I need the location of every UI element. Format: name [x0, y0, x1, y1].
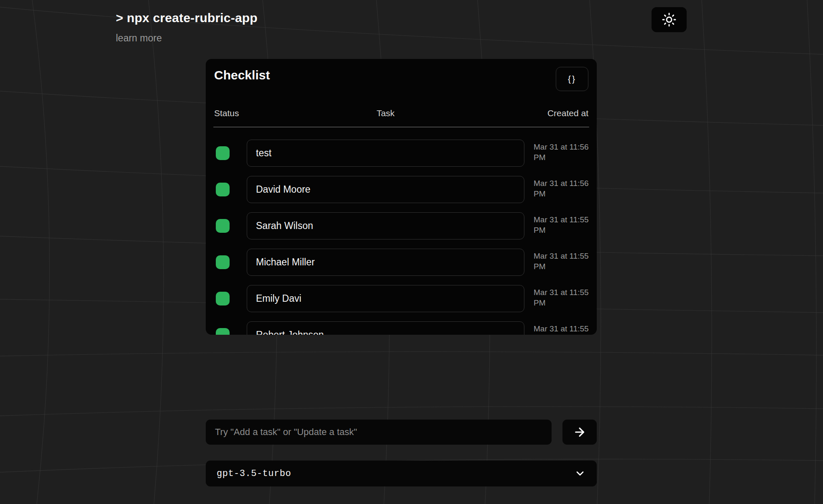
- created-at-text: Mar 31 at 11:55 PM: [534, 287, 592, 308]
- task-input[interactable]: Michael Miller: [247, 249, 524, 276]
- table-row: David Moore Mar 31 at 11:56 PM: [214, 171, 588, 208]
- status-checkbox[interactable]: [216, 328, 230, 335]
- theme-toggle-button[interactable]: [652, 7, 687, 32]
- column-header-created-at: Created at: [534, 108, 588, 118]
- learn-more-link[interactable]: learn more: [116, 33, 162, 44]
- card-title: Checklist: [214, 68, 270, 82]
- status-checkbox[interactable]: [216, 219, 230, 233]
- table-header: Status Task Created at: [214, 108, 588, 120]
- task-label: Emily Davi: [256, 293, 302, 304]
- model-select-value: gpt-3.5-turbo: [217, 468, 291, 479]
- model-select[interactable]: gpt-3.5-turbo: [206, 461, 597, 486]
- column-header-task: Task: [247, 108, 524, 118]
- task-label: David Moore: [256, 184, 310, 195]
- column-header-status: Status: [214, 108, 239, 118]
- status-checkbox[interactable]: [216, 146, 230, 160]
- checklist-card: Checklist {} Status Task Created at test…: [206, 59, 597, 335]
- task-input[interactable]: test: [247, 140, 524, 167]
- submit-button[interactable]: [562, 420, 597, 445]
- table-row: test Mar 31 at 11:56 PM: [214, 135, 588, 171]
- created-at-text: Mar 31 at 11:56 PM: [534, 178, 592, 199]
- created-at-text: Mar 31 at 11:56 PM: [534, 142, 592, 163]
- task-input[interactable]: Robert Johnson: [247, 321, 524, 335]
- task-label: Michael Miller: [256, 257, 315, 268]
- table-row: Sarah Wilson Mar 31 at 11:55 PM: [214, 208, 588, 244]
- arrow-right-icon: [573, 425, 586, 439]
- sun-icon: [662, 12, 677, 27]
- braces-icon: {}: [568, 74, 576, 84]
- task-label: Sarah Wilson: [256, 220, 313, 232]
- task-input[interactable]: David Moore: [247, 176, 524, 203]
- created-at-text: Mar 31 at 11:55 PM: [534, 251, 592, 272]
- task-label: Robert Johnson: [256, 329, 324, 335]
- json-view-button[interactable]: {}: [556, 67, 588, 91]
- table-row: Emily Davi Mar 31 at 11:55 PM: [214, 280, 588, 317]
- chevron-down-icon: [574, 468, 586, 479]
- status-checkbox[interactable]: [216, 292, 230, 305]
- task-command-input[interactable]: [206, 420, 552, 445]
- status-checkbox[interactable]: [216, 183, 230, 196]
- app-title: > npx create-rubric-app: [116, 11, 258, 25]
- task-label: test: [256, 148, 271, 159]
- task-input[interactable]: Sarah Wilson: [247, 212, 524, 239]
- task-input[interactable]: Emily Davi: [247, 285, 524, 312]
- header-divider: [213, 127, 589, 127]
- status-checkbox[interactable]: [216, 255, 230, 269]
- task-list: test Mar 31 at 11:56 PM David Moore Mar …: [214, 135, 588, 335]
- table-row: Michael Miller Mar 31 at 11:55 PM: [214, 244, 588, 280]
- created-at-text: Mar 31 at 11:55 PM: [534, 214, 592, 235]
- table-row: Robert Johnson Mar 31 at 11:55 PM: [214, 317, 588, 335]
- created-at-text: Mar 31 at 11:55 PM: [534, 323, 592, 335]
